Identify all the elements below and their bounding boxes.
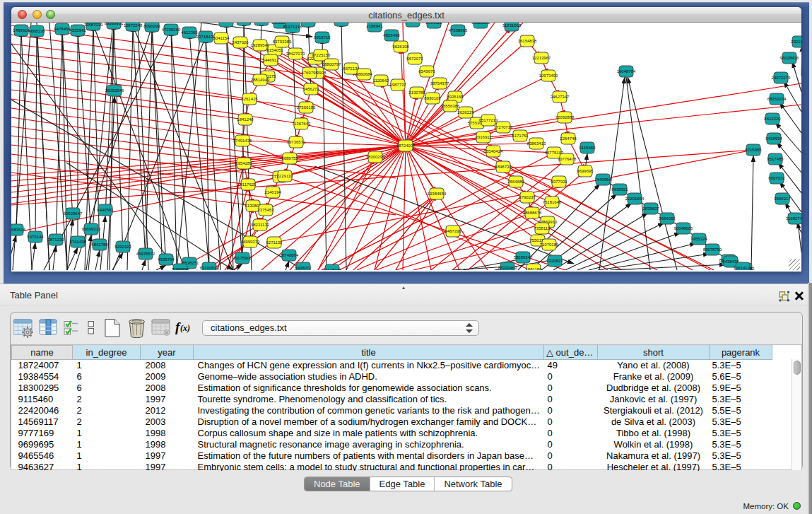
svg-text:1499914: 1499914 (13, 28, 30, 33)
svg-text:6007072: 6007072 (768, 176, 785, 180)
svg-text:44999379: 44999379 (241, 240, 260, 244)
svg-text:8935169: 8935169 (447, 95, 464, 99)
svg-text:71367643: 71367643 (292, 122, 311, 126)
svg-text:16154838: 16154838 (518, 39, 537, 43)
svg-text:2016911: 2016911 (476, 135, 493, 139)
svg-text:97225156: 97225156 (312, 53, 331, 57)
svg-text:22201654: 22201654 (625, 197, 645, 201)
svg-text:5672073: 5672073 (406, 57, 423, 61)
svg-text:58586340: 58586340 (514, 255, 533, 259)
svg-text:19384554: 19384554 (428, 192, 447, 196)
svg-text:2229110: 2229110 (277, 174, 294, 178)
svg-text:3320821: 3320821 (546, 259, 563, 263)
svg-text:42138745: 42138745 (323, 268, 342, 270)
svg-text:45935572: 45935572 (136, 252, 155, 256)
svg-text:17270733: 17270733 (494, 125, 513, 129)
svg-text:38427073: 38427073 (286, 52, 305, 56)
svg-text:60929647: 60929647 (64, 211, 83, 216)
svg-text:5171761: 5171761 (512, 134, 529, 138)
svg-text:12614124: 12614124 (734, 266, 753, 270)
svg-text:3154051: 3154051 (266, 48, 283, 52)
svg-text:18724007: 18724007 (396, 144, 416, 148)
svg-text:27566185: 27566185 (297, 105, 316, 110)
svg-text:28814949: 28814949 (251, 78, 270, 82)
svg-text:5918715: 5918715 (314, 35, 331, 40)
svg-text:8090293: 8090293 (143, 24, 160, 28)
svg-text:3741438: 3741438 (69, 240, 86, 244)
svg-text:77491435: 77491435 (233, 139, 252, 143)
svg-text:8930103: 8930103 (424, 96, 441, 100)
svg-text:9487336: 9487336 (445, 229, 461, 233)
svg-text:7374122: 7374122 (218, 23, 235, 23)
svg-text:38688676: 38688676 (523, 211, 542, 215)
svg-text:1848731: 1848731 (495, 165, 512, 169)
svg-text:47308985: 47308985 (449, 28, 468, 33)
svg-text:7455324: 7455324 (690, 237, 707, 241)
svg-text:96028436: 96028436 (780, 56, 799, 60)
svg-text:31682744: 31682744 (786, 216, 801, 221)
svg-text:9517485: 9517485 (767, 157, 784, 161)
svg-text:7358113: 7358113 (534, 226, 551, 230)
svg-text:19289546: 19289546 (251, 43, 270, 47)
svg-text:19736572: 19736572 (287, 140, 306, 144)
svg-text:6440561: 6440561 (97, 208, 114, 212)
svg-text:88320463: 88320463 (498, 266, 517, 270)
svg-text:7089806: 7089806 (172, 267, 189, 270)
svg-text:5479144: 5479144 (27, 235, 44, 239)
svg-text:3790237: 3790237 (519, 195, 536, 199)
svg-text:47295260: 47295260 (162, 28, 181, 32)
svg-text:31831063: 31831063 (502, 23, 522, 28)
svg-text:4117625: 4117625 (240, 182, 257, 187)
svg-text:29175900: 29175900 (233, 256, 252, 260)
svg-text:3684052: 3684052 (659, 216, 676, 221)
svg-text:3564217: 3564217 (774, 197, 791, 201)
svg-text:38754377: 38754377 (430, 81, 449, 86)
svg-text:34627347: 34627347 (551, 95, 570, 99)
svg-text:63100814: 63100814 (200, 266, 219, 270)
svg-text:9115460: 9115460 (579, 146, 596, 150)
svg-text:5418934: 5418934 (765, 136, 782, 141)
svg-text:5977931: 5977931 (551, 180, 567, 184)
svg-text:68353204: 68353204 (767, 97, 787, 101)
svg-text:5408072: 5408072 (295, 266, 312, 270)
svg-text:95320121: 95320121 (471, 23, 490, 25)
svg-text:2166941: 2166941 (366, 24, 383, 28)
svg-text:26053346: 26053346 (105, 88, 124, 93)
svg-text:81971316: 81971316 (283, 25, 302, 29)
svg-text:2839607: 2839607 (642, 206, 659, 211)
svg-text:4539704: 4539704 (158, 257, 175, 262)
svg-text:9626108: 9626108 (392, 45, 409, 49)
svg-text:2921859: 2921859 (791, 40, 801, 44)
svg-text:8612220: 8612220 (764, 117, 781, 121)
svg-text:6261415: 6261415 (241, 97, 258, 101)
svg-text:4769795: 4769795 (301, 71, 318, 75)
svg-text:30776478: 30776478 (558, 157, 577, 161)
svg-text:95899313: 95899313 (82, 227, 101, 231)
svg-text:4335942: 4335942 (69, 28, 86, 33)
svg-text:65177213: 65177213 (479, 118, 498, 122)
svg-text:10872248: 10872248 (124, 23, 143, 28)
svg-text:57683626: 57683626 (11, 228, 26, 232)
svg-text:20709497: 20709497 (404, 23, 423, 23)
svg-text:68800797: 68800797 (322, 62, 341, 66)
svg-text:1120642: 1120642 (373, 78, 390, 83)
svg-text:72092888: 72092888 (555, 115, 575, 119)
svg-text:18300295: 18300295 (366, 155, 385, 159)
svg-text:5456272: 5456272 (302, 87, 319, 91)
svg-text:2694522: 2694522 (425, 23, 442, 25)
svg-text:4823498: 4823498 (383, 33, 400, 37)
svg-text:75181648: 75181648 (543, 200, 562, 204)
svg-text:12213967: 12213967 (532, 56, 551, 60)
svg-text:10973493: 10973493 (539, 74, 558, 78)
svg-text:1954280: 1954280 (235, 161, 252, 165)
svg-text:6543670: 6543670 (418, 69, 435, 74)
svg-text:28740864: 28740864 (280, 253, 299, 257)
svg-text:4860684: 4860684 (355, 72, 372, 76)
svg-text:24972279: 24972279 (772, 76, 791, 80)
svg-text:6292423: 6292423 (114, 245, 131, 249)
svg-text:5041154: 5041154 (213, 36, 230, 40)
svg-text:90048665: 90048665 (674, 226, 693, 230)
svg-text:2626229: 2626229 (457, 110, 474, 115)
svg-text:98231132: 98231132 (251, 223, 270, 227)
svg-text:1440954: 1440954 (594, 177, 611, 182)
